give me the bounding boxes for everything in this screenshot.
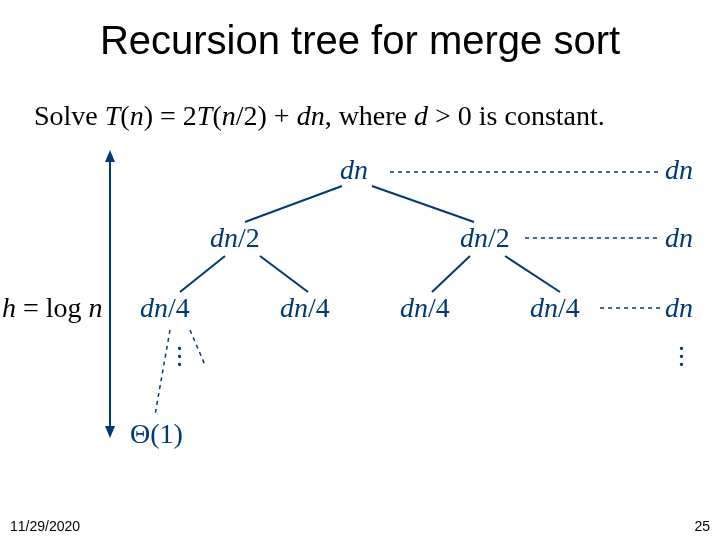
- tree-node-leaf: Θ(1): [130, 418, 183, 450]
- svg-line-9: [155, 330, 170, 415]
- row-sum-0: dn: [665, 154, 693, 186]
- svg-line-6: [260, 256, 308, 292]
- row-sum-vdots: ···: [678, 345, 685, 369]
- svg-line-7: [432, 256, 470, 292]
- tree-node-l2-b: dn/4: [280, 292, 330, 324]
- svg-line-3: [245, 186, 342, 222]
- tree-node-root: dn: [340, 154, 368, 186]
- footer-date: 11/29/2020: [10, 518, 80, 534]
- row-sum-1: dn: [665, 222, 693, 254]
- svg-line-4: [372, 186, 474, 222]
- svg-line-8: [505, 256, 560, 292]
- svg-marker-2: [105, 426, 115, 438]
- height-label: h = log n: [2, 292, 103, 324]
- tree-vdots-left: ···: [176, 345, 183, 369]
- svg-marker-1: [105, 150, 115, 162]
- footer-page-number: 25: [694, 518, 710, 534]
- tree-edges: [0, 0, 720, 540]
- tree-node-l2-c: dn/4: [400, 292, 450, 324]
- tree-node-l1-right: dn/2: [460, 222, 510, 254]
- svg-line-10: [190, 330, 205, 365]
- svg-line-5: [180, 256, 225, 292]
- tree-node-l2-d: dn/4: [530, 292, 580, 324]
- tree-node-l1-left: dn/2: [210, 222, 260, 254]
- row-sum-2: dn: [665, 292, 693, 324]
- tree-node-l2-a: dn/4: [140, 292, 190, 324]
